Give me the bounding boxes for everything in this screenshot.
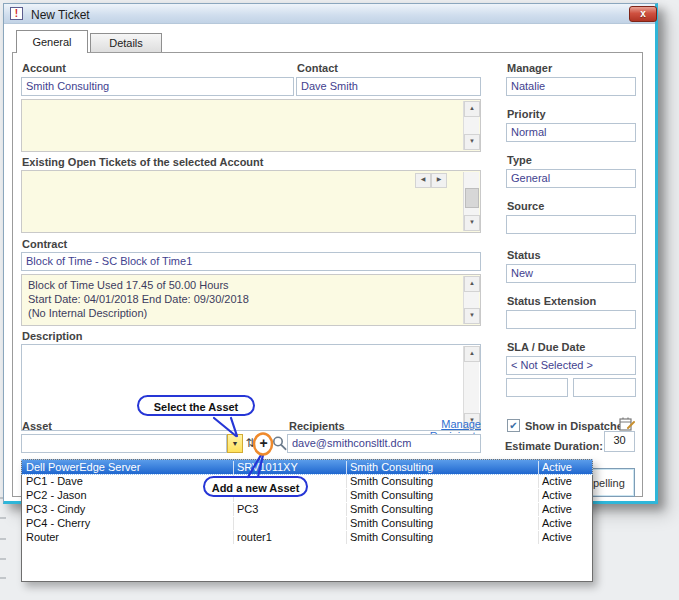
asset-status-cell: Active	[538, 517, 592, 530]
scrollbar-thumb[interactable]	[465, 188, 479, 208]
open-tickets-scrollbar[interactable]: ▼	[463, 172, 479, 231]
account-notes-scrollbar[interactable]: ▲ ▼	[463, 101, 479, 150]
asset-name-cell: Dell PowerEdge Server	[22, 461, 232, 474]
asset-name-cell: Router	[22, 531, 232, 544]
asset-status-cell: Active	[538, 489, 592, 502]
description-text	[22, 343, 34, 361]
contract-info-scrollbar[interactable]: ▲ ▼	[463, 276, 479, 324]
asset-status-cell: Active	[538, 461, 592, 474]
asset-serial-cell: router1	[233, 531, 347, 544]
sla-time-field[interactable]	[573, 378, 636, 397]
sla-due-date-label: SLA / Due Date	[507, 341, 585, 353]
source-field[interactable]	[506, 215, 636, 234]
status-field[interactable]: New	[506, 264, 636, 283]
asset-account-cell: Smith Consulting	[346, 531, 539, 544]
asset-serial-cell: PC3	[233, 503, 347, 516]
account-notes-text	[22, 98, 34, 116]
status-label: Status	[507, 249, 541, 261]
account-notes-box[interactable]: ▲ ▼	[21, 99, 481, 152]
recipients-field[interactable]: dave@smithconsltlt.dcm	[287, 434, 481, 453]
scroll-down-icon[interactable]: ▼	[464, 308, 480, 324]
asset-name-cell: PC4 - Cherry	[22, 517, 232, 530]
show-in-dispatcher-checkbox[interactable]: ✔	[507, 419, 520, 432]
open-tickets-list[interactable]: ◀ ▶ ▼	[21, 170, 481, 233]
screenshot-root: { "window": { "title": "New Ticket" }, "…	[0, 0, 679, 600]
asset-status-cell: Active	[538, 531, 592, 544]
asset-row-selected[interactable]: Dell PowerEdge Server SRV1011XY Smith Co…	[22, 460, 592, 474]
asset-name-cell: PC2 - Jason	[22, 489, 232, 502]
contract-info-box[interactable]: Block of Time Used 17.45 of 50.00 Hours …	[21, 274, 481, 326]
priority-label: Priority	[507, 108, 546, 120]
asset-serial-cell: SRV1011XY	[233, 461, 347, 474]
contract-label: Contract	[22, 238, 67, 250]
tab-details[interactable]: Details	[90, 33, 162, 53]
scroll-down-icon[interactable]: ▼	[464, 134, 480, 150]
background-fragment-tick	[0, 538, 6, 540]
asset-sort-icon[interactable]: ⇅	[244, 436, 257, 452]
contact-label: Contact	[297, 62, 338, 74]
priority-field[interactable]: Normal	[506, 123, 636, 142]
scroll-left-icon[interactable]: ◀	[415, 173, 431, 188]
asset-row[interactable]: Router router1 Smith Consulting Active	[22, 530, 592, 544]
title-bar	[4, 4, 655, 24]
status-extension-field[interactable]	[506, 310, 636, 329]
account-label: Account	[22, 62, 66, 74]
asset-name-cell: PC3 - Cindy	[22, 503, 232, 516]
window-title: New Ticket	[31, 8, 90, 22]
asset-account-cell: Smith Consulting	[346, 461, 539, 474]
scroll-up-icon[interactable]: ▲	[464, 346, 480, 362]
source-label: Source	[507, 200, 544, 212]
asset-search-icon[interactable]	[272, 435, 288, 452]
asset-status-cell: Active	[538, 503, 592, 516]
asset-dropdown-list[interactable]: Dell PowerEdge Server SRV1011XY Smith Co…	[21, 459, 593, 582]
scroll-up-icon[interactable]: ▲	[464, 101, 480, 117]
background-fragment-tick	[0, 558, 6, 560]
scroll-up-icon[interactable]: ▲	[464, 276, 480, 292]
asset-serial-cell	[233, 517, 347, 530]
scroll-down-icon[interactable]: ▼	[464, 215, 480, 231]
add-asset-callout: Add a new Asset	[203, 476, 308, 497]
estimate-duration-field[interactable]: 30	[604, 431, 635, 452]
sla-date-field[interactable]	[506, 378, 568, 397]
open-tickets-text	[22, 169, 34, 187]
manager-label: Manager	[507, 62, 552, 74]
contract-info-line2: Start Date: 04/01/2018 End Date: 09/30/2…	[28, 292, 460, 306]
spelling-button-label: pelling	[593, 477, 625, 489]
tab-general[interactable]: General	[16, 30, 88, 53]
sla-field[interactable]: < Not Selected >	[506, 356, 636, 375]
account-field[interactable]: Smith Consulting	[21, 77, 294, 96]
status-extension-label: Status Extension	[507, 295, 596, 307]
asset-row[interactable]: PC4 - Cherry Smith Consulting Active	[22, 516, 592, 530]
asset-account-cell: Smith Consulting	[346, 475, 539, 488]
asset-field[interactable]	[21, 434, 227, 453]
background-fragment-tick	[0, 517, 6, 519]
asset-label: Asset	[22, 420, 52, 432]
recipients-label: Recipients	[289, 420, 345, 432]
alert-exclamation-icon: !	[10, 7, 23, 20]
asset-account-cell: Smith Consulting	[346, 503, 539, 516]
contract-info-line3: (No Internal Description)	[28, 306, 460, 320]
description-scrollbar[interactable]: ▲ ▼	[463, 346, 479, 429]
open-tickets-label: Existing Open Tickets of the selected Ac…	[22, 156, 263, 168]
contract-info-line1: Block of Time Used 17.45 of 50.00 Hours	[28, 278, 460, 292]
scroll-right-icon[interactable]: ▶	[431, 173, 447, 188]
asset-row[interactable]: PC3 - Cindy PC3 Smith Consulting Active	[22, 502, 592, 516]
asset-account-cell: Smith Consulting	[346, 489, 539, 502]
manager-field[interactable]: Natalie	[506, 77, 636, 96]
type-label: Type	[507, 154, 532, 166]
contact-field[interactable]: Dave Smith	[296, 77, 481, 96]
background-fragment-tick	[0, 577, 6, 579]
close-button[interactable]: x	[629, 6, 657, 22]
select-asset-callout: Select the Asset	[137, 395, 255, 416]
asset-status-cell: Active	[538, 475, 592, 488]
estimate-duration-label: Estimate Duration:	[505, 440, 603, 452]
asset-dropdown-icon[interactable]: ▼	[227, 434, 243, 453]
contract-field[interactable]: Block of Time - SC Block of Time1	[21, 252, 481, 271]
type-field[interactable]: General	[506, 169, 636, 188]
description-label: Description	[22, 330, 83, 342]
asset-name-cell: PC1 - Dave	[22, 475, 232, 488]
asset-account-cell: Smith Consulting	[346, 517, 539, 530]
add-asset-button[interactable]: +	[257, 435, 270, 452]
